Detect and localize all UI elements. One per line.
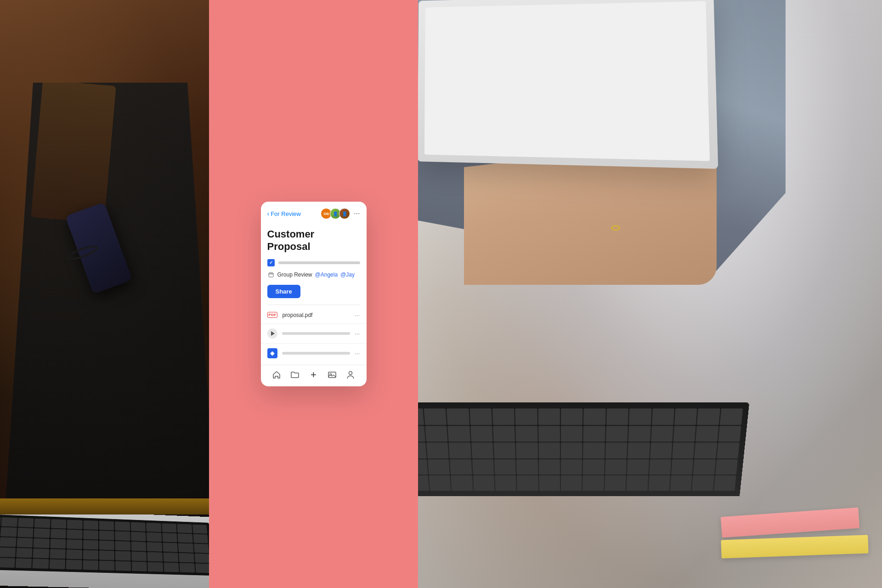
keyboard-key — [449, 443, 471, 458]
keyboard-key — [164, 562, 179, 572]
file-more-dropbox[interactable]: ··· — [355, 350, 360, 357]
keyboard-key — [99, 560, 115, 570]
file-more-pdf[interactable]: ··· — [355, 311, 360, 319]
keyboard-key — [147, 562, 163, 571]
keyboard-key — [719, 408, 743, 425]
keyboard-key — [132, 561, 147, 571]
keyboard-key — [472, 459, 494, 475]
pdf-badge: PDF — [267, 312, 278, 318]
file-row-dropbox[interactable]: ◆ ··· — [261, 344, 367, 363]
keyboard-key — [177, 524, 192, 533]
keyboard-key — [539, 475, 560, 491]
keyboard-key — [494, 459, 516, 475]
keyboard-key — [67, 539, 82, 549]
keyboard-key — [606, 408, 629, 425]
right-keyboard — [418, 402, 749, 496]
nav-home[interactable] — [271, 370, 282, 380]
keyboard-key — [561, 426, 582, 442]
keyboard-key — [418, 459, 428, 475]
keyboard-key — [418, 475, 429, 491]
table-edge — [0, 498, 209, 514]
keyboard-key — [538, 426, 560, 442]
keyboard-key — [628, 426, 651, 442]
back-button[interactable]: ‹ For Review — [267, 210, 301, 217]
keyboard-key — [194, 554, 209, 563]
file-name-pdf: proposal.pdf — [282, 312, 350, 318]
app-card: ‹ For Review DB 👤 👤 ··· Customer Proposa… — [261, 202, 367, 386]
keyboard-key — [0, 537, 17, 547]
file-more-video[interactable]: ··· — [355, 330, 360, 337]
keyboard-key — [115, 541, 130, 551]
keyboard-key — [99, 541, 114, 550]
keyboard-key — [67, 530, 82, 539]
svg-rect-0 — [269, 273, 273, 277]
keyboard-key — [648, 475, 670, 491]
right-keyboard-grid — [418, 402, 749, 496]
page-title: Customer Proposal — [267, 228, 360, 253]
avatar-jay: 👤 — [339, 208, 350, 219]
svg-point-6 — [349, 371, 352, 374]
title-area: Customer Proposal — [261, 224, 367, 256]
keyboard-key — [717, 443, 740, 458]
mention-jay[interactable]: @Jay — [340, 271, 355, 278]
keyboard-key — [163, 543, 178, 552]
keyboard-key — [178, 543, 193, 553]
keyboard-key — [418, 408, 424, 425]
keyboard-key — [714, 475, 736, 491]
keyboard-key — [83, 520, 98, 530]
mention-angela[interactable]: @Angela — [315, 271, 338, 278]
left-panel — [0, 0, 209, 588]
keyboard-key — [516, 459, 538, 475]
keyboard-key — [33, 559, 49, 569]
keyboard-key — [418, 426, 425, 442]
keyboard-key — [538, 408, 560, 425]
keyboard-key — [34, 538, 50, 548]
more-button[interactable]: ··· — [354, 209, 360, 218]
share-button[interactable]: Share — [267, 285, 300, 298]
keyboard-key — [424, 408, 447, 425]
keyboard-key — [495, 475, 516, 491]
dropbox-icon: ◆ — [267, 348, 277, 358]
keyboard-key — [163, 553, 178, 562]
file-row-pdf[interactable]: PDF proposal.pdf ··· — [261, 307, 367, 324]
nav-photo[interactable] — [327, 370, 337, 380]
keyboard-key — [66, 549, 82, 559]
right-laptop-screen — [418, 0, 718, 169]
keyboard-key — [33, 548, 49, 559]
keyboard-key — [629, 408, 651, 425]
laptop — [0, 508, 209, 588]
keyboard-key — [651, 408, 674, 425]
keyboard-key — [193, 534, 208, 543]
keyboard-key — [16, 548, 33, 558]
group-review-label: Group Review — [277, 271, 312, 278]
back-label: For Review — [271, 210, 301, 217]
keyboard-key — [718, 426, 741, 442]
keyboard-key — [18, 518, 34, 527]
task-row[interactable] — [261, 256, 367, 269]
screen-content — [424, 1, 710, 161]
keyboard-key — [34, 519, 50, 528]
keyboard-key — [115, 551, 130, 560]
play-triangle-icon — [271, 331, 275, 336]
ring — [611, 225, 620, 231]
keyboard-key — [606, 426, 628, 442]
keyboard-key — [450, 459, 472, 475]
back-chevron-icon: ‹ — [267, 210, 270, 217]
share-area: Share — [261, 283, 367, 305]
keyboard-key — [674, 408, 697, 425]
task-checkbox[interactable] — [267, 259, 275, 266]
keyboard-key — [561, 475, 582, 491]
keyboard-key — [0, 517, 1, 526]
nav-add[interactable]: + — [308, 370, 318, 380]
keyboard-key — [561, 408, 583, 425]
keyboard-key — [67, 520, 82, 529]
keyboard-key — [583, 443, 605, 458]
keyboard-key — [628, 443, 650, 458]
file-row-video[interactable]: ··· — [261, 324, 367, 344]
right-panel — [418, 0, 882, 588]
keyboard-key — [51, 529, 66, 538]
keyboard-key — [715, 459, 738, 475]
keyboard-key — [516, 443, 537, 458]
nav-person[interactable] — [345, 370, 356, 380]
nav-folder[interactable] — [290, 370, 300, 380]
